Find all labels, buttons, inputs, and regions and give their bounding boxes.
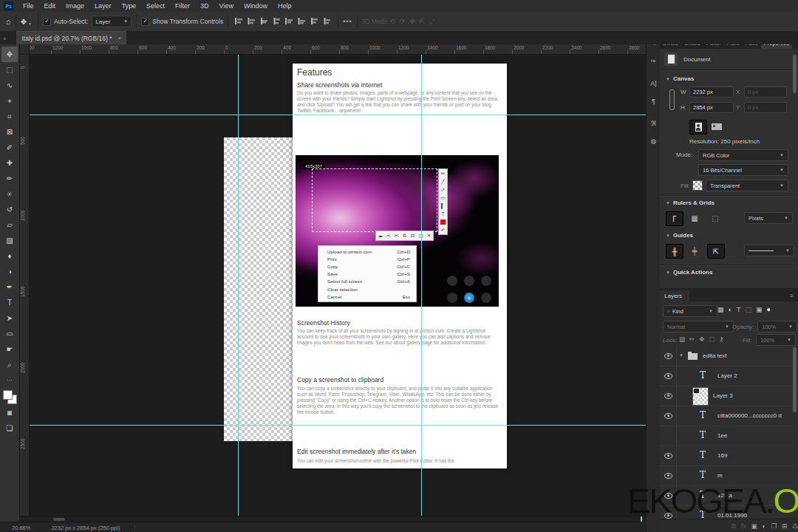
color-swatch-red[interactable]: [440, 219, 446, 225]
blur-tool-icon[interactable]: ♦: [1, 248, 18, 264]
context-menu-item[interactable]: CopyCtrl+C: [318, 262, 416, 270]
rectangle-icon[interactable]: ▭: [439, 194, 447, 202]
orientation-portrait-button[interactable]: [689, 120, 707, 134]
crop-tool-icon[interactable]: ⌗: [1, 109, 18, 124]
menu-layer[interactable]: Layer: [89, 2, 117, 10]
share-icon[interactable]: ≺: [384, 233, 392, 239]
bit-depth-dropdown[interactable]: 16 Bits/Channel▼: [698, 164, 788, 176]
tab-layers[interactable]: Layers: [660, 290, 689, 301]
gradient-tool-icon[interactable]: ▨: [1, 233, 18, 248]
context-menu-item[interactable]: CancelEsc: [318, 293, 416, 300]
mode-dropdown[interactable]: RGB Color▼: [698, 149, 788, 161]
layer-row[interactable]: T1ee: [660, 426, 798, 446]
foreground-background-swatches[interactable]: [2, 390, 17, 405]
horizontal-guide[interactable]: [19, 115, 646, 115]
cut-icon[interactable]: ✄: [392, 233, 400, 239]
move-tool-icon[interactable]: ✥: [1, 47, 18, 62]
zoom-tool-icon[interactable]: ⌕: [1, 357, 18, 372]
vertical-ruler[interactable]: 05001000150020002500: [19, 54, 30, 522]
menu-3d[interactable]: 3D: [195, 2, 214, 10]
desktop-icon[interactable]: [447, 276, 457, 286]
move-tool-preset-icon[interactable]: ✥: [21, 18, 27, 26]
clone-source-icon[interactable]: ✑: [647, 53, 661, 69]
layer-visibility-toggle[interactable]: [660, 426, 677, 446]
filter-adjustment-layers-icon[interactable]: ◐: [729, 306, 732, 313]
horizontal-ruler[interactable]: 1400120010008006004002000200400600800100…: [19, 44, 646, 55]
link-layers-icon[interactable]: ⧉: [732, 522, 736, 531]
rectangle-tool-icon[interactable]: ▭: [1, 326, 18, 341]
undo-icon[interactable]: ↶: [439, 226, 447, 234]
hand-tool-icon[interactable]: ☛: [1, 341, 18, 357]
align-justify-icon[interactable]: [273, 17, 281, 27]
lock-artboard-icon[interactable]: ⬚: [709, 335, 715, 343]
context-menu-item[interactable]: Upload to prntscr.comCtrl+D: [318, 248, 416, 255]
context-menu-item[interactable]: Select full screenCtrl+A: [318, 278, 416, 285]
edit-toolbar-icon[interactable]: ···: [1, 372, 18, 388]
close-icon[interactable]: ✕: [425, 233, 433, 239]
desktop-icon[interactable]: [481, 293, 491, 303]
menu-type[interactable]: Type: [117, 2, 142, 10]
link-dimensions-icon[interactable]: [669, 89, 675, 110]
x-field[interactable]: 0 px: [744, 86, 787, 98]
photoshop-logo-icon[interactable]: Ps: [4, 1, 13, 10]
guide-style-dropdown[interactable]: ▼: [744, 245, 794, 256]
history-brush-tool-icon[interactable]: ↺: [1, 202, 18, 217]
fill-swatch[interactable]: [692, 180, 703, 191]
canvas-section-header[interactable]: ▼Canvas: [666, 75, 694, 82]
desktop-icon[interactable]: [447, 293, 457, 303]
more-options-icon[interactable]: •••: [343, 18, 352, 25]
align-middle-icon[interactable]: [298, 17, 306, 27]
3d-panel-icon[interactable]: ◍: [647, 133, 661, 149]
units-dropdown[interactable]: Pixels▼: [744, 212, 793, 224]
lock-pixels-icon[interactable]: ✏: [689, 335, 695, 343]
desktop-icon[interactable]: [464, 276, 474, 286]
lock-guides-button[interactable]: ╪: [686, 244, 703, 257]
upload-cloud-icon[interactable]: ☁: [376, 233, 384, 239]
layer-group-icon[interactable]: ❐: [771, 522, 777, 530]
line-icon[interactable]: ╱: [439, 177, 447, 185]
print-icon[interactable]: ⊡: [409, 233, 417, 239]
context-menu-item[interactable]: Clear selection: [318, 285, 416, 293]
pencil-icon[interactable]: ✏: [439, 169, 447, 177]
auto-select-checkbox[interactable]: ✓: [43, 18, 51, 26]
filter-smart-objects-icon[interactable]: ▣: [756, 306, 763, 313]
layers-scrollbar[interactable]: [793, 347, 797, 412]
brush-tool-icon[interactable]: ✏: [1, 171, 18, 186]
layer-visibility-toggle[interactable]: [660, 446, 677, 466]
zoom-level[interactable]: 20.66%: [12, 525, 30, 531]
menu-window[interactable]: Window: [239, 2, 273, 10]
fill-field[interactable]: 100%▼: [756, 334, 796, 346]
path-selection-tool-icon[interactable]: ➤: [1, 310, 18, 326]
type-tool-icon[interactable]: T: [1, 295, 18, 310]
frame-tool-icon[interactable]: ⊠: [1, 124, 18, 140]
quick-mask-icon[interactable]: ◙: [1, 405, 18, 420]
scrollbar-thumb[interactable]: [53, 518, 65, 521]
layer-name[interactable]: 1ee: [717, 432, 727, 439]
layer-effects-icon[interactable]: fx: [741, 522, 746, 530]
y-field[interactable]: 0 px: [744, 102, 787, 113]
properties-scrollbar[interactable]: [793, 55, 797, 93]
auto-select-target-dropdown[interactable]: Layer ▼: [92, 16, 132, 27]
copy-icon[interactable]: ⧉: [400, 233, 409, 239]
toggle-rulers-button[interactable]: Γ: [666, 211, 683, 226]
toggle-pixel-grid-button[interactable]: ⬚: [707, 211, 723, 225]
object-selection-tool-icon[interactable]: ⌖: [1, 93, 18, 109]
home-icon[interactable]: ⌂: [6, 17, 11, 26]
desktop-icon[interactable]: e: [464, 293, 474, 303]
layer-row[interactable]: Tcilta000000...ccccccc0 d: [660, 406, 798, 426]
filter-type-layers-icon[interactable]: T: [737, 306, 741, 313]
group-expand-icon[interactable]: ▼: [679, 353, 683, 358]
layer-name[interactable]: cilta000000...ccccccc0 d: [717, 412, 782, 419]
layer-filter-dropdown[interactable]: ⌕ Kind▼: [663, 305, 717, 317]
tab-overflow-icon[interactable]: »: [3, 35, 6, 42]
delete-layer-icon[interactable]: ♺: [792, 522, 798, 530]
show-transform-checkbox[interactable]: ✓: [141, 18, 149, 26]
eraser-tool-icon[interactable]: ▱: [1, 217, 18, 233]
menu-edit[interactable]: Edit: [39, 2, 61, 10]
layer-name[interactable]: 169: [717, 452, 727, 459]
layer-thumbnail[interactable]: [692, 387, 709, 406]
menu-view[interactable]: View: [214, 2, 239, 10]
guides-section-header[interactable]: ▼Guides: [666, 232, 693, 239]
healing-brush-tool-icon[interactable]: ✚: [1, 155, 18, 171]
pen-tool-icon[interactable]: ✒: [1, 279, 18, 295]
